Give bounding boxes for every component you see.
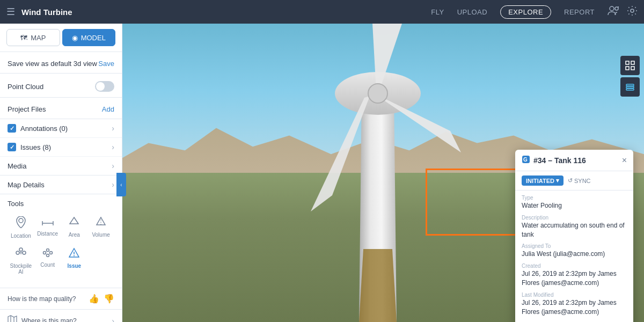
svg-point-18	[46, 249, 49, 252]
save-view-section: Save view as default 3d view Save	[0, 52, 122, 74]
project-files-row: Project Files Add	[8, 103, 114, 115]
svg-point-20	[46, 254, 49, 257]
issues-checkbox[interactable]	[8, 143, 16, 151]
sidebar-collapse-button[interactable]: ‹	[116, 173, 126, 196]
description-value: Water accumulating on south end of tank	[522, 221, 627, 239]
type-label: Type	[522, 195, 627, 201]
team-icon[interactable]	[608, 6, 619, 18]
issues-arrow-icon: ›	[112, 143, 114, 151]
panel-title: #34 – Tank 116	[533, 156, 619, 165]
thumbs-down-button[interactable]: 👎	[104, 294, 114, 304]
quality-question: How is the map quality?	[8, 295, 76, 303]
issue-icon	[69, 247, 79, 261]
tool-count[interactable]: Count	[34, 244, 61, 278]
svg-rect-33	[626, 89, 634, 90]
assigned-row: Assigned To Julia West (julia@acme.com)	[522, 243, 627, 259]
map-toggle-icon: 🗺	[20, 34, 27, 42]
point-cloud-label: Point Cloud	[8, 83, 43, 91]
settings-icon[interactable]	[627, 5, 638, 19]
fullscreen-button[interactable]	[620, 56, 640, 75]
status-label: INITIATED	[526, 178, 554, 184]
area-label: Area	[69, 232, 80, 238]
map-details-label: Map Details	[8, 181, 45, 189]
svg-rect-32	[626, 86, 634, 88]
info-panel: G #34 – Tank 116 × INITIATED ▾ ↺ SYNC Ty…	[515, 150, 633, 322]
view-toggle: 🗺 MAP ◉ MODEL	[0, 24, 122, 52]
model-toggle-icon: ◉	[72, 34, 78, 42]
svg-marker-9	[70, 217, 78, 224]
main-content: G #34 – Tank 116 × INITIATED ▾ ↺ SYNC Ty…	[122, 24, 644, 322]
tool-stockpile-ai[interactable]: Stockpile AI	[8, 244, 34, 278]
hamburger-menu-icon[interactable]: ☰	[6, 6, 15, 18]
nav-fly[interactable]: FLY	[431, 8, 444, 16]
svg-point-23	[74, 255, 75, 257]
map-controls	[620, 56, 640, 97]
add-project-file-button[interactable]: Add	[102, 105, 114, 113]
issue-label: Issue	[68, 263, 82, 269]
tools-section: Tools Location Distance	[0, 194, 122, 288]
main-layout: 🗺 MAP ◉ MODEL Save view as default 3d vi…	[0, 24, 644, 322]
svg-rect-27	[626, 61, 629, 64]
tool-distance[interactable]: Distance	[34, 213, 61, 242]
nav-report[interactable]: REPORT	[564, 8, 595, 16]
where-label: Where is this map?	[21, 317, 107, 322]
tool-location[interactable]: Location	[8, 213, 34, 242]
svg-point-1	[615, 7, 618, 10]
location-icon	[16, 216, 26, 231]
distance-icon	[42, 216, 54, 229]
project-files-section: Project Files Add	[0, 98, 122, 119]
svg-marker-10	[97, 217, 105, 225]
annotations-checkbox[interactable]	[8, 124, 16, 133]
svg-point-12	[16, 251, 19, 254]
media-section[interactable]: Media ›	[0, 157, 122, 175]
stockpile-ai-icon	[16, 247, 26, 261]
tools-label: Tools	[8, 200, 114, 208]
tool-issue[interactable]: Issue	[61, 244, 88, 278]
thumbs-up-button[interactable]: 👍	[89, 294, 99, 304]
status-badge[interactable]: INITIATED ▾	[522, 175, 564, 186]
description-label: Description	[522, 215, 627, 221]
app-title: Wind Turbine	[21, 8, 425, 17]
annotations-item[interactable]: Annotations (0) ›	[0, 119, 122, 138]
tool-volume[interactable]: Volume	[87, 213, 114, 242]
nav-upload[interactable]: UPLOAD	[457, 8, 487, 16]
svg-point-17	[43, 252, 46, 254]
sync-button[interactable]: ↺ SYNC	[568, 177, 591, 184]
volume-icon	[96, 216, 106, 230]
svg-point-19	[49, 252, 52, 254]
info-panel-header: G #34 – Tank 116 ×	[515, 150, 633, 171]
model-toggle-button[interactable]: ◉ MODEL	[62, 29, 116, 46]
distance-label: Distance	[37, 231, 58, 237]
svg-point-0	[610, 6, 614, 11]
description-row: Description Water accumulating on south …	[522, 215, 627, 239]
tools-grid: Location Distance Area	[8, 213, 114, 278]
point-cloud-toggle[interactable]	[95, 81, 114, 92]
sync-icon: ↺	[568, 177, 573, 184]
modified-row: Last Modified Jul 26, 2019 at 2:32pm by …	[522, 292, 627, 317]
quality-buttons: 👍 👎	[89, 294, 114, 304]
save-view-label: Save view as default 3d view	[8, 60, 97, 68]
map-details-section[interactable]: Map Details ›	[0, 175, 122, 194]
panel-close-button[interactable]: ×	[622, 156, 627, 165]
where-section[interactable]: Where is this map? ›	[0, 310, 122, 322]
svg-rect-31	[626, 84, 634, 86]
count-label: Count	[40, 262, 55, 268]
modified-label: Last Modified	[522, 292, 627, 298]
type-value: Water Pooling	[522, 201, 627, 210]
model-toggle-label: MODEL	[81, 34, 106, 42]
nav-icons	[608, 5, 638, 19]
count-icon	[42, 247, 53, 260]
issues-item[interactable]: Issues (8) ›	[0, 138, 122, 157]
svg-point-5	[19, 218, 23, 223]
type-row: Type Water Pooling	[522, 195, 627, 210]
svg-rect-29	[626, 67, 629, 70]
layers-button[interactable]	[620, 77, 640, 97]
collapse-icon: ‹	[120, 182, 122, 188]
save-button[interactable]: Save	[98, 60, 114, 68]
annotations-arrow-icon: ›	[112, 124, 114, 133]
nav-explore[interactable]: EXPLORE	[500, 5, 551, 19]
map-toggle-button[interactable]: 🗺 MAP	[6, 29, 60, 46]
map-toggle-label: MAP	[31, 34, 46, 42]
tool-area[interactable]: Area	[61, 213, 88, 242]
save-view-row: Save view as default 3d view Save	[8, 57, 114, 70]
